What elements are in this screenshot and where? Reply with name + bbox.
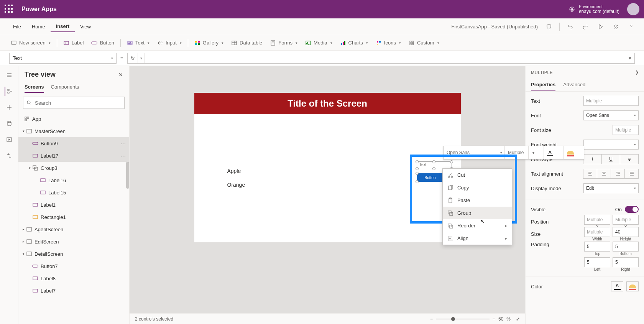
align-center-button[interactable] xyxy=(597,169,611,179)
formula-expand-icon[interactable]: ▾ xyxy=(626,55,634,61)
menu-file[interactable]: File xyxy=(8,21,26,32)
property-select[interactable]: Text▾ xyxy=(9,53,117,64)
prop-x-input[interactable]: Multiple xyxy=(584,215,610,225)
tree-node-masterscreen[interactable]: ▾MasterScreen xyxy=(18,125,129,137)
zoom-slider[interactable] xyxy=(436,319,490,319)
prop-text-input[interactable]: Multiple xyxy=(583,96,639,106)
tree-node-editscreen[interactable]: ▸EditScreen xyxy=(18,235,129,248)
share-icon[interactable] xyxy=(611,22,621,32)
tree-node-detailscreen[interactable]: ▾DetailScreen xyxy=(18,248,129,260)
custom-dropdown[interactable]: Custom▾ xyxy=(406,38,442,48)
context-copy[interactable]: Copy xyxy=(443,181,512,194)
prop-font-weight-select[interactable]: ▾ xyxy=(583,140,639,150)
tab-advanced[interactable]: Advanced xyxy=(563,79,585,91)
formula-bar[interactable]: fx ▾ ▾ xyxy=(127,53,635,64)
forms-dropdown[interactable]: Forms▾ xyxy=(267,38,301,48)
tree-list[interactable]: App ▾MasterScreen Button9··· Label17··· … xyxy=(18,111,129,324)
close-panel-icon[interactable]: ✕ xyxy=(118,72,123,78)
text-dropdown[interactable]: abText▾ xyxy=(124,38,153,48)
align-left-button[interactable] xyxy=(583,169,597,179)
fill-color-picker[interactable] xyxy=(626,281,639,291)
canvas-label-apple[interactable]: Apple xyxy=(227,164,245,178)
prop-width-input[interactable]: Multiple xyxy=(584,227,610,237)
app-checker-icon[interactable] xyxy=(544,22,554,32)
prop-padding-right[interactable]: 5 xyxy=(613,257,639,267)
tree-node-app[interactable]: App xyxy=(18,113,129,125)
add-icon[interactable] xyxy=(5,103,14,112)
menu-home[interactable]: Home xyxy=(26,21,51,32)
data-table-button[interactable]: Data table xyxy=(228,38,265,48)
more-icon[interactable]: ··· xyxy=(120,153,126,159)
context-reorder[interactable]: Reorder▸ xyxy=(443,219,512,232)
prop-y-input[interactable]: Multiple xyxy=(613,215,639,225)
button-button[interactable]: Button xyxy=(88,38,117,48)
environment-picker[interactable]: Environment enayu.com (default) xyxy=(569,4,619,14)
tree-node-label16[interactable]: Label16 xyxy=(18,174,129,186)
tree-node-label17[interactable]: Label17··· xyxy=(18,150,129,162)
more-icon[interactable]: ··· xyxy=(120,140,126,146)
redo-icon[interactable] xyxy=(580,22,590,32)
tree-search-input[interactable] xyxy=(23,97,125,109)
new-screen-button[interactable]: New screen▾ xyxy=(8,38,54,48)
selected-label-control[interactable]: Text xyxy=(417,162,452,169)
prop-display-mode-select[interactable]: Edit▾ xyxy=(583,183,639,193)
help-icon[interactable] xyxy=(626,22,636,32)
app-launcher-icon[interactable] xyxy=(5,5,14,14)
tab-components[interactable]: Components xyxy=(51,82,79,93)
screen-title-label[interactable]: Title of the Screen xyxy=(194,93,461,114)
undo-icon[interactable] xyxy=(565,22,575,32)
tree-node-button7[interactable]: Button7 xyxy=(18,260,129,272)
user-avatar[interactable] xyxy=(627,3,639,15)
data-icon[interactable] xyxy=(5,119,14,128)
zoom-out-icon[interactable]: − xyxy=(430,316,433,322)
prop-padding-top[interactable]: 5 xyxy=(584,242,610,252)
fill-color-button[interactable] xyxy=(564,146,584,159)
tree-node-agentscreen[interactable]: ▸AgentScreen xyxy=(18,223,129,235)
tree-node-rectangle1[interactable]: Rectangle1 xyxy=(18,211,129,223)
selected-button-control[interactable]: Button xyxy=(417,173,443,182)
tree-scrollbar[interactable] xyxy=(126,162,129,189)
font-color-button[interactable]: A xyxy=(544,146,564,159)
align-justify-button[interactable] xyxy=(624,169,639,179)
hamburger-icon[interactable] xyxy=(5,71,14,80)
menu-view[interactable]: View xyxy=(75,21,96,32)
context-group[interactable]: Group xyxy=(443,207,512,219)
prop-padding-left[interactable]: 5 xyxy=(584,257,610,267)
tree-node-label7[interactable]: Label7 xyxy=(18,285,129,297)
context-paste[interactable]: Paste xyxy=(443,194,512,207)
tab-screens[interactable]: Screens xyxy=(25,82,44,93)
prop-font-select[interactable]: Open Sans▾ xyxy=(583,110,639,120)
tab-properties[interactable]: Properties xyxy=(531,79,555,91)
prop-padding-bottom[interactable]: 5 xyxy=(613,242,639,252)
context-cut[interactable]: Cut xyxy=(443,169,512,181)
input-dropdown[interactable]: Input▾ xyxy=(154,38,185,48)
gallery-dropdown[interactable]: Gallery▾ xyxy=(191,38,227,48)
visible-toggle[interactable] xyxy=(625,206,639,213)
context-align[interactable]: Align▸ xyxy=(443,232,512,245)
italic-button[interactable]: I xyxy=(583,154,602,164)
tree-node-group3[interactable]: ▾Group3 xyxy=(18,162,129,174)
tree-node-label1[interactable]: Label1 xyxy=(18,199,129,211)
label-button[interactable]: Label xyxy=(60,38,87,48)
tree-view-icon[interactable] xyxy=(5,87,14,96)
tree-node-label15[interactable]: Label15 xyxy=(18,186,129,199)
canvas-label-orange[interactable]: Orange xyxy=(227,178,245,192)
tree-node-button9[interactable]: Button9··· xyxy=(18,137,129,150)
media-rail-icon[interactable] xyxy=(5,135,14,144)
prop-font-size-input[interactable]: Multiple xyxy=(613,125,639,135)
tools-icon[interactable] xyxy=(5,151,14,160)
props-chevron-icon[interactable]: ❯ xyxy=(635,70,639,75)
formula-input[interactable] xyxy=(145,53,626,63)
strike-button[interactable]: ꜱ xyxy=(620,154,639,164)
text-color-picker[interactable]: A xyxy=(611,281,623,291)
align-right-button[interactable] xyxy=(611,169,625,179)
play-icon[interactable] xyxy=(596,22,606,32)
underline-button[interactable]: U xyxy=(601,154,620,164)
charts-dropdown[interactable]: Charts▾ xyxy=(337,38,371,48)
font-size-chevron[interactable]: ▾ xyxy=(529,146,544,159)
icons-dropdown[interactable]: Icons▾ xyxy=(373,38,404,48)
media-dropdown[interactable]: Media▾ xyxy=(302,38,335,48)
zoom-in-icon[interactable]: + xyxy=(493,316,495,322)
menu-insert[interactable]: Insert xyxy=(51,21,75,32)
tree-node-label8[interactable]: Label8 xyxy=(18,272,129,285)
